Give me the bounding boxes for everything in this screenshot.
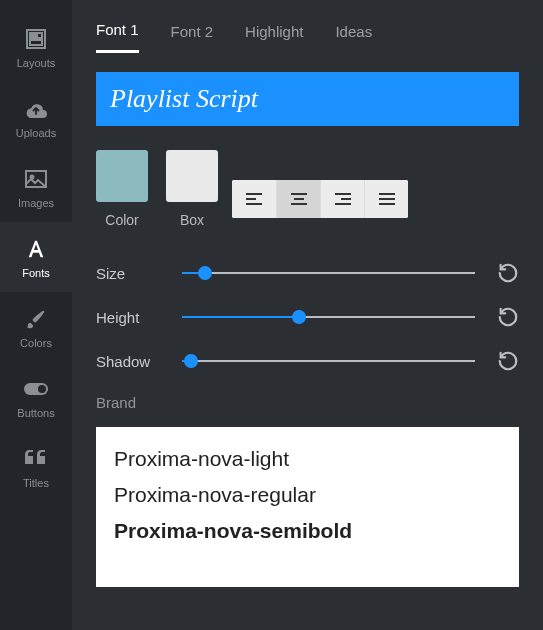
brush-icon [25,305,47,333]
cloud-upload-icon [24,95,48,123]
svg-point-7 [38,385,46,393]
sidebar-item-label: Colors [20,337,52,349]
layouts-icon [24,25,48,53]
size-reset-button[interactable] [497,262,519,284]
height-slider-row: Height [96,306,519,328]
size-slider[interactable] [182,263,475,283]
height-slider[interactable] [182,307,475,327]
main-panel: Font 1 Font 2 Highlight Ideas Playlist S… [72,0,543,630]
swatch-group: Color Box [96,150,218,228]
sidebar-item-titles[interactable]: Titles [0,432,72,502]
height-label: Height [96,309,182,326]
font-icon [25,235,47,263]
alignment-group [232,180,408,218]
sidebar-item-label: Fonts [22,267,50,279]
sidebar-item-fonts[interactable]: Fonts [0,222,72,292]
shadow-reset-button[interactable] [497,350,519,372]
svg-rect-1 [30,33,35,38]
align-justify-button[interactable] [364,180,408,218]
align-left-button[interactable] [232,180,276,218]
height-reset-button[interactable] [497,306,519,328]
color-swatch[interactable] [96,150,148,202]
brand-font-item[interactable]: Proxima-nova-light [114,441,501,477]
size-label: Size [96,265,182,282]
tab-font1[interactable]: Font 1 [96,15,139,53]
sidebar-item-buttons[interactable]: Buttons [0,362,72,432]
toggle-icon [23,375,49,403]
sidebar-item-label: Images [18,197,54,209]
box-swatch-label: Box [180,212,204,228]
shadow-slider[interactable] [182,351,475,371]
sidebar-item-images[interactable]: Images [0,152,72,222]
sidebar-item-label: Buttons [17,407,54,419]
sidebar-item-colors[interactable]: Colors [0,292,72,362]
quote-icon [25,445,47,473]
tabs: Font 1 Font 2 Highlight Ideas [96,14,519,54]
sidebar: Layouts Uploads Images Fonts Colors Butt… [0,0,72,630]
shadow-label: Shadow [96,353,182,370]
tab-highlight[interactable]: Highlight [245,17,303,52]
align-center-button[interactable] [276,180,320,218]
brand-font-list: Proxima-nova-light Proxima-nova-regular … [96,427,519,587]
sidebar-item-label: Uploads [16,127,56,139]
align-right-button[interactable] [320,180,364,218]
sidebar-item-label: Titles [23,477,49,489]
brand-font-item[interactable]: Proxima-nova-regular [114,477,501,513]
sidebar-item-uploads[interactable]: Uploads [0,82,72,152]
svg-rect-2 [37,33,42,38]
tab-font2[interactable]: Font 2 [171,17,214,52]
tab-ideas[interactable]: Ideas [335,17,372,52]
brand-section-label: Brand [96,394,519,411]
svg-rect-3 [30,40,42,45]
brand-font-item[interactable]: Proxima-nova-semibold [114,513,501,549]
sidebar-item-layouts[interactable]: Layouts [0,12,72,82]
shadow-slider-row: Shadow [96,350,519,372]
color-swatch-label: Color [105,212,138,228]
font-preview[interactable]: Playlist Script [96,72,519,126]
box-swatch[interactable] [166,150,218,202]
size-slider-row: Size [96,262,519,284]
sidebar-item-label: Layouts [17,57,56,69]
image-icon [24,165,48,193]
